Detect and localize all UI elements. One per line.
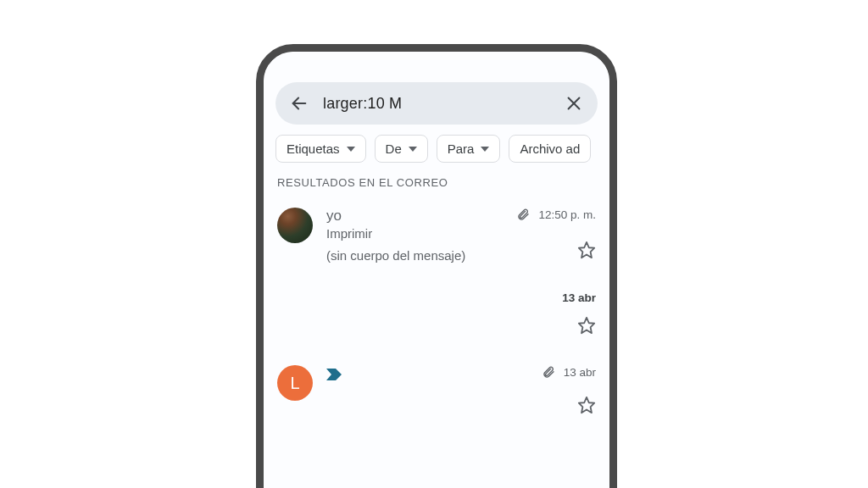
chip-to[interactable]: Para [437,135,501,163]
email-sender: yo [326,208,342,225]
screen: larger:10 M Etiquetas De Para Archivo ad [264,52,609,488]
star-icon[interactable] [577,316,596,338]
svg-marker-4 [579,318,594,333]
email-date: 12:50 p. m. [538,208,596,221]
email-body: yo 12:50 p. m. Imprimir (sin cuerpo del … [326,208,596,263]
email-row[interactable]: L 13 abr [264,348,609,428]
avatar [277,291,313,327]
email-row[interactable]: yo 12:50 p. m. Imprimir (sin cuerpo del … [264,201,609,273]
attachment-icon [516,208,530,221]
caret-down-icon [347,147,355,152]
email-date: 13 abr [564,366,596,379]
search-bar[interactable]: larger:10 M [275,82,598,125]
email-subject: Imprimir [326,226,596,241]
chip-label: Etiquetas [287,141,340,156]
caret-down-icon [481,147,489,152]
star-icon[interactable] [577,396,596,418]
avatar-letter: L [290,374,299,393]
email-date: 13 abr [562,291,596,304]
important-marker-icon[interactable] [326,369,342,384]
chip-label: Archivo ad [520,141,580,156]
attachment-icon [542,365,555,379]
avatar[interactable]: L [277,365,313,401]
email-body: 13 abr [326,365,596,418]
chip-labels[interactable]: Etiquetas [275,135,366,163]
chip-label: De [386,141,402,156]
svg-marker-3 [579,242,594,258]
svg-marker-5 [579,397,594,413]
search-input-text[interactable]: larger:10 M [323,95,550,113]
results-section-header: RESULTADOS EN EL CORREO [264,175,609,201]
caret-down-icon [409,147,417,152]
email-row[interactable]: 13 abr [264,273,609,348]
avatar[interactable] [277,208,313,243]
back-arrow-icon[interactable] [287,92,311,115]
email-snippet: (sin cuerpo del mensaje) [326,248,465,263]
filter-chips-row: Etiquetas De Para Archivo ad [264,135,609,175]
chip-from[interactable]: De [375,135,428,163]
email-body: 13 abr [326,291,596,338]
star-icon[interactable] [577,241,596,263]
phone-frame: larger:10 M Etiquetas De Para Archivo ad [256,44,617,488]
clear-x-icon[interactable] [562,92,586,115]
chip-label: Para [448,141,475,156]
chip-attachment[interactable]: Archivo ad [509,135,591,163]
